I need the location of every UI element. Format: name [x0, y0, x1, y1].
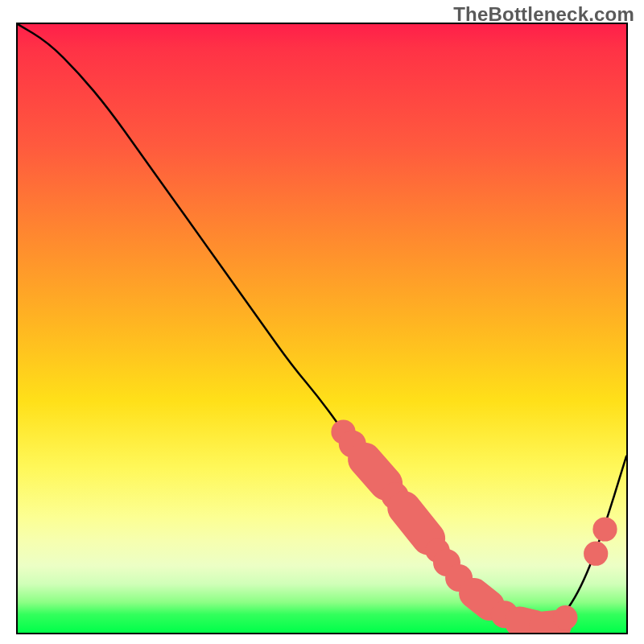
bottleneck-curve [18, 24, 626, 626]
marker-capsule [544, 625, 556, 627]
marker-dot [592, 517, 617, 541]
marker-capsule [365, 460, 386, 484]
marker-dot [584, 542, 608, 566]
chart-svg [18, 24, 626, 633]
marker-capsule [474, 593, 489, 605]
marker-dot [553, 605, 577, 630]
chart-area [16, 23, 628, 634]
watermark-text: TheBottleneck.com [453, 3, 634, 26]
marker-capsule [404, 508, 428, 539]
